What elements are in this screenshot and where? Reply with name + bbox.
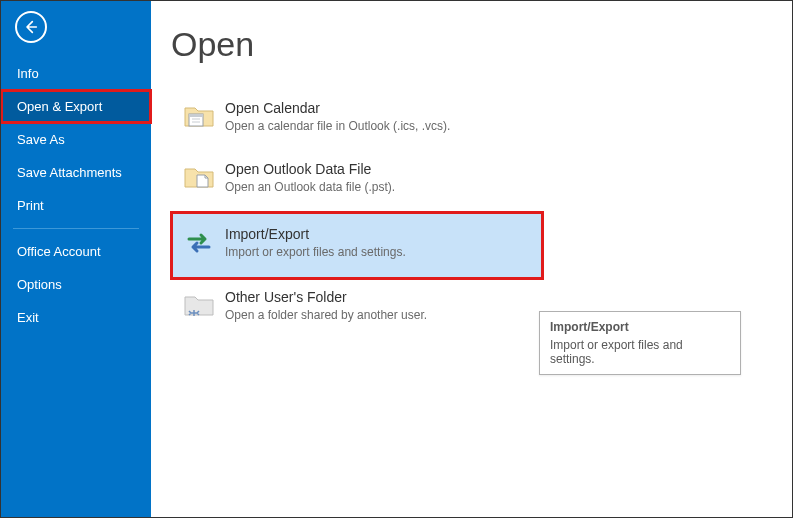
option-desc: Open a folder shared by another user. (225, 308, 427, 322)
calendar-folder-icon (179, 100, 219, 132)
sidebar-item-label: Info (17, 66, 39, 81)
sidebar-item-print[interactable]: Print (1, 189, 151, 222)
sidebar-item-office-account[interactable]: Office Account (1, 235, 151, 268)
option-title: Open Calendar (225, 100, 450, 116)
sidebar-item-label: Options (17, 277, 62, 292)
import-export-icon (179, 226, 219, 258)
sidebar-item-label: Print (17, 198, 44, 213)
sidebar-item-label: Open & Export (17, 99, 102, 114)
backstage-sidebar: Info Open & Export Save As Save Attachme… (1, 1, 151, 517)
page-title: Open (171, 25, 792, 64)
option-desc: Open an Outlook data file (.pst). (225, 180, 395, 194)
option-title: Open Outlook Data File (225, 161, 395, 177)
tooltip-title: Import/Export (550, 320, 730, 334)
option-other-users-folder[interactable]: Other User's Folder Open a folder shared… (171, 279, 543, 340)
sidebar-separator (13, 228, 139, 229)
tooltip-import-export: Import/Export Import or export files and… (539, 311, 741, 375)
option-title: Other User's Folder (225, 289, 427, 305)
main-panel: Open Open Calendar Open a calendar file … (151, 1, 792, 517)
sidebar-item-label: Office Account (17, 244, 101, 259)
option-desc: Import or export files and settings. (225, 245, 406, 259)
svg-rect-1 (189, 114, 203, 117)
data-file-folder-icon (179, 161, 219, 193)
sidebar-item-open-export[interactable]: Open & Export (1, 90, 151, 123)
back-button[interactable] (15, 11, 47, 43)
tooltip-desc: Import or export files and settings. (550, 338, 730, 366)
back-arrow-icon (23, 19, 39, 35)
option-import-export[interactable]: Import/Export Import or export files and… (171, 212, 543, 279)
option-desc: Open a calendar file in Outlook (.ics, .… (225, 119, 450, 133)
sidebar-item-options[interactable]: Options (1, 268, 151, 301)
option-open-data-file[interactable]: Open Outlook Data File Open an Outlook d… (171, 151, 543, 212)
sidebar-item-label: Save Attachments (17, 165, 122, 180)
sidebar-item-label: Exit (17, 310, 39, 325)
sidebar-item-save-attachments[interactable]: Save Attachments (1, 156, 151, 189)
shared-folder-icon (179, 289, 219, 321)
sidebar-item-exit[interactable]: Exit (1, 301, 151, 334)
option-open-calendar[interactable]: Open Calendar Open a calendar file in Ou… (171, 90, 543, 151)
sidebar-item-info[interactable]: Info (1, 57, 151, 90)
option-title: Import/Export (225, 226, 406, 242)
sidebar-item-save-as[interactable]: Save As (1, 123, 151, 156)
sidebar-item-label: Save As (17, 132, 65, 147)
